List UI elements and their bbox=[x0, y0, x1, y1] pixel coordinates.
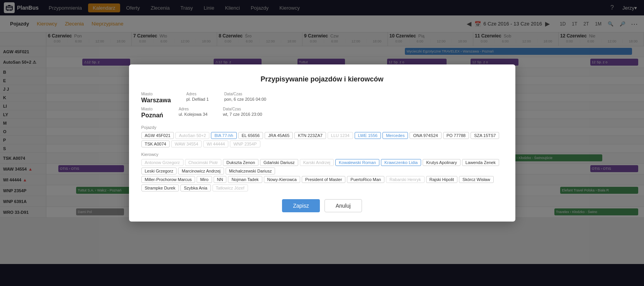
from-city: Warszawa bbox=[141, 97, 171, 104]
tag-NojmanT[interactable]: Nojman Tadek bbox=[228, 176, 262, 183]
tag-MillerPM[interactable]: Miller-Prochorow Marcus bbox=[141, 176, 195, 183]
modal-overlay: Przypisywanie pojazdów i kierowców Miast… bbox=[0, 0, 644, 264]
tag-AutoSan50[interactable]: AutoSan 50+2 bbox=[175, 132, 209, 139]
to-addr-label: Adres bbox=[178, 107, 207, 111]
tag-JRA45A65[interactable]: JRA 45A65 bbox=[265, 132, 293, 139]
to-address: Adres ul. Kolejowa 34 bbox=[178, 107, 207, 119]
to-datetime: Data/Czas wt, 7 cze 2016 23:00 bbox=[223, 107, 262, 119]
drivers-section-label: Kierowcy bbox=[141, 152, 503, 157]
tag-WI44444[interactable]: WI 44444 bbox=[203, 140, 228, 147]
tag-MichalczewskiD[interactable]: Michalczewski Dariusz bbox=[226, 168, 275, 174]
to-addr-value: ul. Kolejowa 34 bbox=[178, 112, 207, 117]
tag-ONA974S24[interactable]: ONA 974S24 bbox=[410, 132, 441, 139]
tag-SZA15TS7[interactable]: SZA 15TS7 bbox=[471, 132, 499, 139]
tag-BIA77hh[interactable]: BIA 77-hh bbox=[211, 132, 236, 139]
tag-RabarskiH[interactable]: Rabarski Henryk bbox=[386, 176, 424, 183]
from-addr-value: pl. Defilad 1 bbox=[186, 97, 209, 102]
tag-LLU1234[interactable]: LLU 1234 bbox=[328, 132, 353, 139]
from-dt-label: Data/Czas bbox=[224, 92, 266, 96]
from-addr-label: Adres bbox=[186, 92, 209, 96]
tag-GdanskiD[interactable]: Gdański Dariusz bbox=[260, 159, 298, 166]
to-city-label: Miasto bbox=[141, 107, 163, 111]
tag-NowyKierowca[interactable]: Nowy-Kierowca bbox=[264, 176, 300, 183]
drivers-tags-row1: Antonow Grzegorz Chocimski Piotr Dukszta… bbox=[141, 159, 503, 174]
tag-WAW34554[interactable]: WAW 34554 bbox=[171, 140, 202, 147]
from-location: Miasto Warszawa bbox=[141, 92, 171, 104]
from-city-label: Miasto bbox=[141, 92, 171, 96]
modal-actions: Zapisz Anuluj bbox=[141, 199, 503, 212]
tag-KrutysA[interactable]: Krutys Apolinary bbox=[423, 159, 460, 166]
tag-ChocimkiP[interactable]: Chocimski Piotr bbox=[185, 159, 221, 166]
tag-PresidentOfMaster[interactable]: President of Master bbox=[302, 176, 345, 183]
from-datetime: Data/Czas pon, 6 cze 2016 04:00 bbox=[224, 92, 266, 104]
tag-PO77788[interactable]: PO 77788 bbox=[443, 132, 469, 139]
tag-KowalewskiR[interactable]: Kowalewski Roman bbox=[335, 159, 379, 166]
vehicles-tags: AGW 45F021 AutoSan 50+2 BIA 77-hh EL 656… bbox=[141, 132, 503, 147]
tag-EL65656[interactable]: EL 65656 bbox=[238, 132, 263, 139]
tag-SkórczW[interactable]: Skórcz Wisław bbox=[459, 176, 494, 183]
modal-locations: Miasto Warszawa Adres pl. Defilad 1 Data… bbox=[141, 92, 503, 104]
tag-PuertoRicoMan[interactable]: PuertoRico Man bbox=[347, 176, 384, 183]
tag-LawendaZ[interactable]: Lawenda Zenek bbox=[462, 159, 499, 166]
vehicles-section-label: Pojazdy bbox=[141, 125, 503, 130]
tag-TSKA0074[interactable]: TSK A0074 bbox=[141, 140, 170, 147]
tag-MarcinowiczA[interactable]: Marcinowicz Andrzej bbox=[178, 168, 224, 174]
modal-assign: Przypisywanie pojazdów i kierowców Miast… bbox=[129, 64, 515, 222]
modal-locations-to: Miasto Poznań Adres ul. Kolejowa 34 Data… bbox=[141, 107, 503, 119]
tag-KTN223ZA7[interactable]: KTN 223ZA7 bbox=[294, 132, 326, 139]
tag-LeskiG[interactable]: Leski Grzegorz bbox=[141, 168, 177, 174]
tag-LWE1556[interactable]: LWE 1556 bbox=[355, 132, 381, 139]
tag-NN[interactable]: NN bbox=[214, 176, 227, 183]
tag-TatłowiczJ[interactable]: Tatłowicz Józef bbox=[212, 184, 248, 191]
tag-WNP2354P[interactable]: WNP 2354P bbox=[230, 140, 260, 147]
cancel-button[interactable]: Anuluj bbox=[325, 199, 362, 212]
tag-AGW45F021[interactable]: AGW 45F021 bbox=[141, 132, 174, 139]
to-dt-value: wt, 7 cze 2016 23:00 bbox=[223, 112, 262, 117]
tag-Miro[interactable]: Miro bbox=[197, 176, 212, 183]
tag-StrampkeD[interactable]: Strampke Durek bbox=[141, 184, 179, 191]
to-location: Miasto Poznań bbox=[141, 107, 163, 119]
tag-KarskiA[interactable]: Karski Andrzej bbox=[300, 159, 334, 166]
tag-DuksztaZ[interactable]: Dukszta Zenon bbox=[223, 159, 258, 166]
from-address: Adres pl. Defilad 1 bbox=[186, 92, 209, 104]
to-city: Poznań bbox=[141, 112, 163, 119]
drivers-tags-row2: Miller-Prochorow Marcus Miro NN Nojman T… bbox=[141, 176, 503, 191]
tag-AntonowG[interactable]: Antonow Grzegorz bbox=[141, 159, 184, 166]
save-button[interactable]: Zapisz bbox=[282, 199, 319, 212]
tag-RajskiH[interactable]: Rajski Hipolit bbox=[426, 176, 458, 183]
from-dt-value: pon, 6 cze 2016 04:00 bbox=[224, 97, 266, 102]
tag-SzybkaA[interactable]: Szybka Ania bbox=[180, 184, 211, 191]
tag-Mercedes[interactable]: Mercedes bbox=[382, 132, 408, 139]
tag-KrawczenkoL[interactable]: Krawczenko Lidia bbox=[381, 159, 421, 166]
to-dt-label: Data/Czas bbox=[223, 107, 262, 111]
modal-title: Przypisywanie pojazdów i kierowców bbox=[141, 75, 503, 83]
